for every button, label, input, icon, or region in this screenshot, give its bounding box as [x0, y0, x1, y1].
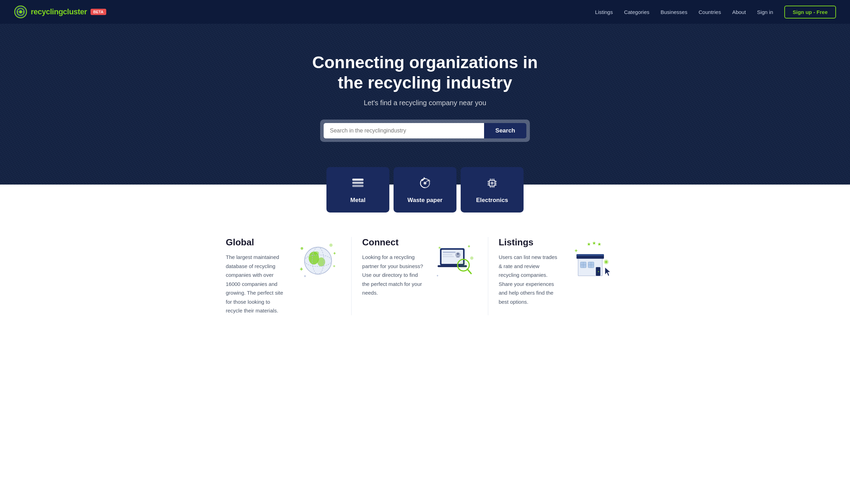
beta-badge: Beta [91, 9, 106, 15]
nav-link-categories[interactable]: Categories [624, 9, 649, 15]
feature-global: Global The largest maintained database o… [226, 237, 351, 315]
electronics-icon [485, 176, 499, 193]
category-card-electronics[interactable]: Electronics [461, 167, 524, 213]
search-bar: Search [320, 120, 530, 142]
svg-line-45 [467, 269, 471, 274]
svg-rect-22 [491, 182, 494, 185]
feature-listings-desc: Users can list new trades & rate and rev… [499, 253, 560, 306]
feature-global-text: Global The largest maintained database o… [226, 237, 287, 315]
svg-text:+: + [300, 266, 303, 272]
feature-listings-text: Listings Users can list new trades & rat… [499, 237, 560, 306]
navbar-left: recyclingcluster Beta [14, 5, 106, 19]
hero-section: Connecting organizations in the recyclin… [0, 24, 850, 185]
svg-point-29 [314, 251, 319, 255]
svg-point-8 [424, 182, 426, 185]
svg-point-44 [460, 261, 467, 269]
svg-rect-55 [576, 254, 604, 256]
svg-rect-38 [443, 254, 453, 255]
metal-label: Metal [350, 197, 365, 204]
feature-global-title: Global [226, 237, 287, 248]
svg-text:+: + [575, 248, 578, 253]
search-input[interactable] [324, 123, 484, 138]
navbar-right: Listings Categories Businesses Countries… [595, 6, 836, 19]
feature-connect-title: Connect [362, 237, 423, 248]
signin-link[interactable]: Sign in [757, 9, 773, 15]
category-bar: Metal Waste paper [0, 167, 850, 213]
feature-listings: Listings Users can list new trades & rat… [488, 237, 624, 315]
hero-title: Connecting organizations in the recyclin… [303, 52, 547, 93]
electronics-label: Electronics [476, 197, 508, 204]
feature-listings-illustration: ★ ★ ★ + [568, 237, 614, 282]
svg-point-46 [439, 247, 441, 249]
feature-global-desc: The largest maintained database of recyc… [226, 253, 287, 315]
waste-paper-icon [418, 176, 432, 193]
svg-text:★: ★ [587, 242, 591, 247]
svg-text:★: ★ [597, 242, 602, 247]
category-card-metal[interactable]: Metal [326, 167, 389, 213]
svg-point-68 [605, 261, 607, 263]
svg-rect-7 [352, 185, 363, 187]
nav-link-businesses[interactable]: Businesses [661, 9, 687, 15]
nav-link-listings[interactable]: Listings [595, 9, 613, 15]
nav-link-countries[interactable]: Countries [699, 9, 721, 15]
logo-icon [14, 5, 27, 19]
svg-rect-39 [443, 256, 454, 257]
svg-point-25 [330, 244, 333, 247]
feature-connect-illustration: + ✦ [432, 237, 477, 282]
category-card-waste-paper[interactable]: Waste paper [394, 167, 456, 213]
svg-point-41 [457, 253, 459, 255]
svg-text:+: + [333, 251, 336, 256]
svg-text:+: + [468, 244, 470, 249]
feature-listings-title: Listings [499, 237, 560, 248]
svg-point-63 [598, 271, 599, 272]
svg-marker-64 [605, 267, 611, 276]
navbar: recyclingcluster Beta Listings Categorie… [0, 0, 850, 24]
svg-text:✦: ✦ [436, 274, 439, 278]
svg-rect-5 [352, 179, 363, 181]
features-section: Global The largest maintained database o… [198, 213, 652, 336]
logo-text: recyclingcluster [31, 7, 87, 16]
svg-rect-37 [443, 252, 456, 253]
hero-subtitle: Let's find a recycling company near you [303, 99, 547, 107]
svg-text:✦: ✦ [304, 274, 307, 278]
search-button[interactable]: Search [484, 123, 526, 138]
svg-point-24 [333, 265, 336, 267]
svg-text:★: ★ [592, 240, 596, 246]
svg-point-23 [301, 247, 303, 250]
feature-connect-desc: Looking for a recycling partner for your… [362, 253, 423, 297]
hero-content: Connecting organizations in the recyclin… [303, 52, 547, 142]
feature-global-illustration: + + ✦ [295, 237, 341, 282]
svg-point-48 [470, 257, 473, 260]
logo[interactable]: recyclingcluster Beta [14, 5, 106, 19]
svg-point-2 [19, 10, 22, 14]
waste-paper-label: Waste paper [408, 197, 442, 204]
feature-connect: Connect Looking for a recycling partner … [352, 237, 488, 315]
metal-icon [351, 176, 365, 193]
signup-button[interactable]: Sign up - Free [784, 6, 836, 19]
feature-connect-text: Connect Looking for a recycling partner … [362, 237, 423, 297]
svg-rect-6 [352, 182, 363, 184]
nav-link-about[interactable]: About [732, 9, 746, 15]
